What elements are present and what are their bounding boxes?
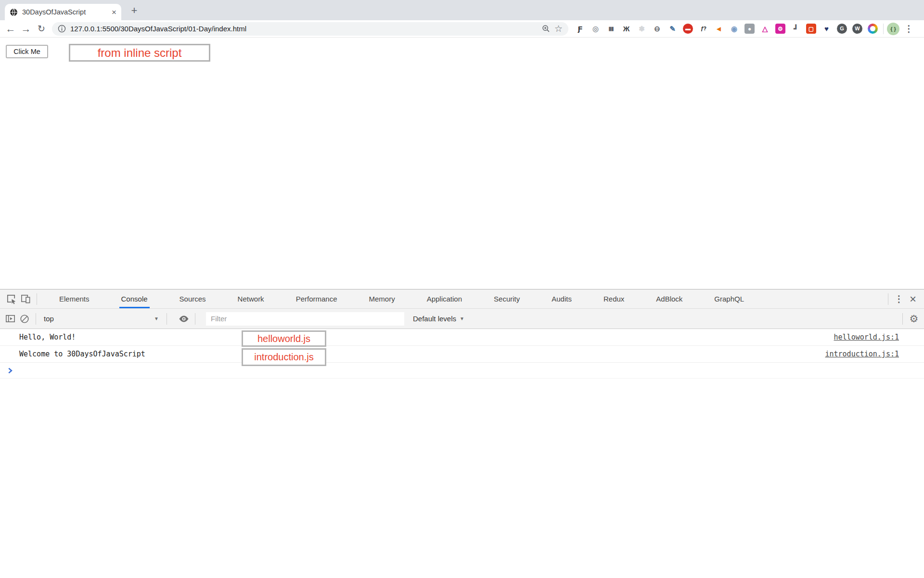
console-sidebar-toggle-icon[interactable] [3,312,17,326]
log-levels-label: Default levels [413,315,456,323]
toolbar-separator [883,24,884,34]
annotation-badge-helloworld: helloworld.js [242,330,326,347]
new-tab-button[interactable]: + [127,3,141,18]
tab-close-icon[interactable]: × [112,8,116,16]
console-output: Hello, World! helloworld.js:1 Welcome to… [0,329,924,379]
source-link[interactable]: introduction.js:1 [825,350,899,358]
tabbar-separator [37,293,37,305]
console-prompt[interactable] [0,363,924,379]
bug-icon[interactable]: Ж [621,24,631,34]
toolbar-separator [902,313,903,325]
tab-graphql[interactable]: GraphQL [713,289,745,308]
tab-security[interactable]: Security [493,289,521,308]
flower-icon[interactable]: ✽ [637,24,647,34]
tab-elements[interactable]: Elements [58,289,90,308]
log-levels-dropdown[interactable]: Default levels ▼ [413,315,464,323]
camera-icon[interactable]: ● [744,24,755,34]
pocket-icon[interactable]: ▢ [806,24,816,34]
devtools-close-icon[interactable]: × [906,293,920,305]
g-circle-icon[interactable]: G [837,24,847,34]
reload-icon[interactable]: ↻ [35,22,48,36]
live-expression-eye-icon[interactable] [177,312,191,326]
inline-script-box: from inline script [69,44,210,62]
triangle-icon[interactable]: △ [760,24,770,34]
devtools-menu-icon[interactable]: ⋮ [892,293,906,304]
console-toolbar: top ▼ Default levels ▼ ⚙ [0,309,924,329]
tab-sources[interactable]: Sources [179,289,207,308]
address-bar[interactable]: 127.0.0.1:5500/30DaysOfJavaScript/01-Day… [52,22,568,36]
tab-performance[interactable]: Performance [295,289,338,308]
minus-circle-icon[interactable]: ⊖ [652,24,662,34]
profile-avatar[interactable]: { } [887,23,899,35]
console-message-row: Welcome to 30DaysOfJavaScript introducti… [0,346,924,363]
console-settings-gear-icon[interactable]: ⚙ [907,313,921,325]
source-link[interactable]: helloworld.js:1 [834,333,899,342]
adblock-icon[interactable]: ▬ [683,24,693,34]
context-value: top [44,315,54,323]
filter-input[interactable] [206,312,404,326]
tab-console[interactable]: Console [120,289,149,308]
tab-adblock[interactable]: AdBlock [655,289,683,308]
browser-toolbar: ← → ↻ 127.0.0.1:5500/30DaysOfJavaScript/… [0,20,924,38]
prompt-chevron-icon [7,368,13,374]
chevron-down-icon: ▼ [460,316,464,321]
info-icon[interactable] [58,25,66,33]
url-text[interactable]: 127.0.0.1:5500/30DaysOfJavaScript/01-Day… [70,25,538,33]
chevron-down-icon: ▼ [154,316,159,321]
devtools-window-controls: ⋮ × [884,293,920,305]
clear-console-icon[interactable] [17,312,32,326]
tabbar-separator [888,293,888,305]
globe-favicon-icon [10,8,18,16]
devtools-tabbar: Elements Console Sources Network Perform… [0,289,924,309]
annotation-badge-introduction: introduction.js [242,348,326,366]
tab-redux[interactable]: Redux [603,289,625,308]
toolbar-separator [167,313,167,325]
console-message-text: Welcome to 30DaysOfJavaScript [19,350,825,358]
toolbar-separator [36,313,36,325]
context-selector[interactable]: top ▼ [40,315,163,323]
devtools-tabs: Elements Console Sources Network Perform… [43,289,760,308]
tab-audits[interactable]: Audits [551,289,573,308]
back-icon[interactable]: ← [4,22,17,36]
pipes-icon[interactable]: ┛ [791,24,801,34]
extensions-bar: Ƒ ◎ ▮▮ Ж ✽ ⊖ ✎ ▬ ƒ? ◄ ◉ ● △ ⚙ ┛ ▢ ♥ G W [575,24,878,34]
fonts-ninja-icon[interactable]: Ƒ [575,24,585,34]
gear-box-icon[interactable]: ⚙ [775,24,785,34]
inspect-element-icon[interactable] [4,292,18,306]
megaphone-icon[interactable]: ◄ [714,24,724,34]
browser-window: 30DaysOfJavaScript × + ← → ↻ 127.0.0.1:5… [0,0,924,578]
zoom-icon[interactable] [542,25,550,33]
page-content: Click Me from inline script [0,38,924,289]
toolbar-separator [195,313,195,325]
heart-search-icon[interactable]: ♥ [821,24,832,34]
console-message-row: Hello, World! helloworld.js:1 [0,329,924,346]
w-circle-icon[interactable]: W [852,24,862,34]
tab-application[interactable]: Application [426,289,463,308]
browser-tab[interactable]: 30DaysOfJavaScript × [5,4,121,20]
chrome-menu-icon[interactable]: ⋮ [904,23,913,34]
columns-icon[interactable]: ▮▮ [606,24,616,34]
console-message-text: Hello, World! [19,333,834,342]
tab-title: 30DaysOfJavaScript [22,8,107,16]
bookmark-star-icon[interactable]: ☆ [554,23,563,34]
forward-icon[interactable]: → [19,22,33,36]
device-toolbar-icon[interactable] [18,292,33,306]
swirl-icon[interactable]: ◉ [729,24,739,34]
tab-network[interactable]: Network [237,289,265,308]
click-me-button[interactable]: Click Me [6,45,48,58]
color-wheel-icon[interactable] [868,24,878,34]
function-help-icon[interactable]: ƒ? [698,24,708,34]
tab-memory[interactable]: Memory [368,289,396,308]
eyedropper-icon[interactable]: ✎ [667,24,678,34]
atom-icon[interactable]: ◎ [590,24,601,34]
devtools-panel: Elements Console Sources Network Perform… [0,289,924,578]
tab-strip: 30DaysOfJavaScript × + [0,0,924,20]
